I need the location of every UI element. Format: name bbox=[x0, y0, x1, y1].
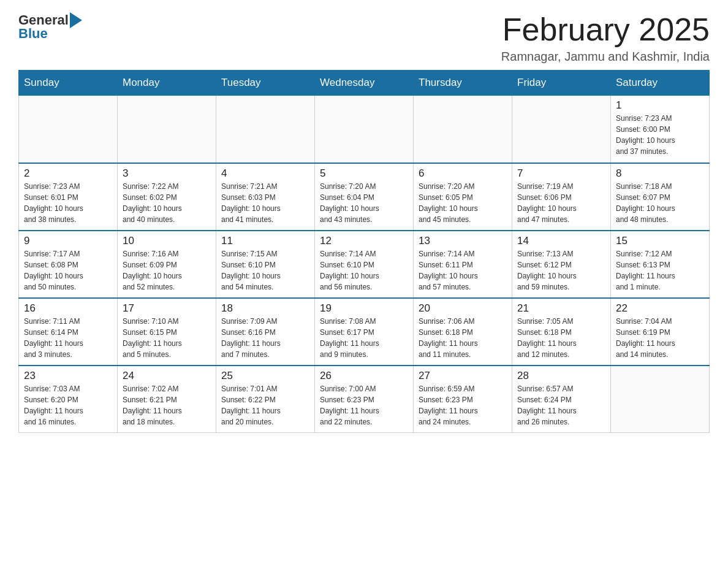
day-info: Sunrise: 7:04 AM Sunset: 6:19 PM Dayligh… bbox=[616, 316, 704, 360]
day-number: 28 bbox=[517, 370, 605, 382]
calendar-day-cell: 11Sunrise: 7:15 AM Sunset: 6:10 PM Dayli… bbox=[216, 231, 315, 298]
day-info: Sunrise: 7:06 AM Sunset: 6:18 PM Dayligh… bbox=[419, 316, 507, 360]
day-header-friday: Friday bbox=[512, 71, 611, 96]
calendar-day-cell: 27Sunrise: 6:59 AM Sunset: 6:23 PM Dayli… bbox=[414, 366, 512, 433]
calendar-day-cell: 10Sunrise: 7:16 AM Sunset: 6:09 PM Dayli… bbox=[118, 231, 216, 298]
calendar-table: SundayMondayTuesdayWednesdayThursdayFrid… bbox=[18, 70, 710, 433]
day-header-thursday: Thursday bbox=[414, 71, 512, 96]
day-number: 17 bbox=[123, 302, 211, 315]
calendar-day-cell: 1Sunrise: 7:23 AM Sunset: 6:00 PM Daylig… bbox=[611, 96, 710, 163]
calendar-day-cell: 13Sunrise: 7:14 AM Sunset: 6:11 PM Dayli… bbox=[414, 231, 512, 298]
day-info: Sunrise: 7:14 AM Sunset: 6:10 PM Dayligh… bbox=[320, 248, 408, 293]
day-info: Sunrise: 7:05 AM Sunset: 6:18 PM Dayligh… bbox=[517, 316, 605, 360]
calendar-week-row: 16Sunrise: 7:11 AM Sunset: 6:14 PM Dayli… bbox=[19, 298, 710, 366]
day-info: Sunrise: 6:59 AM Sunset: 6:23 PM Dayligh… bbox=[419, 383, 507, 427]
calendar-week-row: 1Sunrise: 7:23 AM Sunset: 6:00 PM Daylig… bbox=[19, 96, 710, 163]
calendar-day-cell: 16Sunrise: 7:11 AM Sunset: 6:14 PM Dayli… bbox=[19, 298, 118, 366]
calendar-day-cell: 20Sunrise: 7:06 AM Sunset: 6:18 PM Dayli… bbox=[414, 298, 512, 366]
day-number: 9 bbox=[24, 235, 112, 247]
day-number: 15 bbox=[616, 235, 704, 247]
calendar-day-cell bbox=[19, 96, 118, 163]
day-info: Sunrise: 7:23 AM Sunset: 6:01 PM Dayligh… bbox=[24, 181, 112, 225]
day-info: Sunrise: 7:03 AM Sunset: 6:20 PM Dayligh… bbox=[24, 383, 112, 427]
day-number: 2 bbox=[24, 167, 112, 180]
day-number: 12 bbox=[320, 235, 408, 247]
logo-blue-text: Blue bbox=[18, 26, 48, 41]
calendar-day-cell: 8Sunrise: 7:18 AM Sunset: 6:07 PM Daylig… bbox=[611, 163, 710, 231]
day-number: 27 bbox=[419, 370, 507, 382]
day-header-monday: Monday bbox=[118, 71, 216, 96]
day-info: Sunrise: 7:10 AM Sunset: 6:15 PM Dayligh… bbox=[123, 316, 211, 360]
title-block: February 2025 Ramnagar, Jammu and Kashmi… bbox=[501, 12, 710, 64]
day-header-wednesday: Wednesday bbox=[315, 71, 414, 96]
day-header-saturday: Saturday bbox=[611, 71, 710, 96]
calendar-day-cell: 25Sunrise: 7:01 AM Sunset: 6:22 PM Dayli… bbox=[216, 366, 315, 433]
calendar-day-cell: 15Sunrise: 7:12 AM Sunset: 6:13 PM Dayli… bbox=[611, 231, 710, 298]
calendar-day-cell: 6Sunrise: 7:20 AM Sunset: 6:05 PM Daylig… bbox=[414, 163, 512, 231]
day-info: Sunrise: 7:23 AM Sunset: 6:00 PM Dayligh… bbox=[616, 113, 704, 157]
calendar-day-cell: 18Sunrise: 7:09 AM Sunset: 6:16 PM Dayli… bbox=[216, 298, 315, 366]
day-number: 11 bbox=[221, 235, 309, 247]
day-number: 24 bbox=[123, 370, 211, 382]
day-info: Sunrise: 7:17 AM Sunset: 6:08 PM Dayligh… bbox=[24, 248, 112, 293]
calendar-day-cell: 24Sunrise: 7:02 AM Sunset: 6:21 PM Dayli… bbox=[118, 366, 216, 433]
calendar-day-cell: 9Sunrise: 7:17 AM Sunset: 6:08 PM Daylig… bbox=[19, 231, 118, 298]
day-info: Sunrise: 7:02 AM Sunset: 6:21 PM Dayligh… bbox=[123, 383, 211, 427]
day-number: 18 bbox=[221, 302, 309, 315]
day-number: 20 bbox=[419, 302, 507, 315]
day-number: 10 bbox=[123, 235, 211, 247]
calendar-day-cell: 23Sunrise: 7:03 AM Sunset: 6:20 PM Dayli… bbox=[19, 366, 118, 433]
day-number: 6 bbox=[419, 167, 507, 180]
day-info: Sunrise: 7:20 AM Sunset: 6:05 PM Dayligh… bbox=[419, 181, 507, 225]
day-info: Sunrise: 7:16 AM Sunset: 6:09 PM Dayligh… bbox=[123, 248, 211, 293]
day-info: Sunrise: 7:12 AM Sunset: 6:13 PM Dayligh… bbox=[616, 248, 704, 293]
calendar-day-cell: 22Sunrise: 7:04 AM Sunset: 6:19 PM Dayli… bbox=[611, 298, 710, 366]
day-info: Sunrise: 7:08 AM Sunset: 6:17 PM Dayligh… bbox=[320, 316, 408, 360]
calendar-day-cell: 3Sunrise: 7:22 AM Sunset: 6:02 PM Daylig… bbox=[118, 163, 216, 231]
day-number: 7 bbox=[517, 167, 605, 180]
calendar-day-cell bbox=[611, 366, 710, 433]
day-info: Sunrise: 7:21 AM Sunset: 6:03 PM Dayligh… bbox=[221, 181, 309, 225]
day-info: Sunrise: 7:20 AM Sunset: 6:04 PM Dayligh… bbox=[320, 181, 408, 225]
day-header-tuesday: Tuesday bbox=[216, 71, 315, 96]
calendar-day-cell: 26Sunrise: 7:00 AM Sunset: 6:23 PM Dayli… bbox=[315, 366, 414, 433]
day-info: Sunrise: 7:13 AM Sunset: 6:12 PM Dayligh… bbox=[517, 248, 605, 293]
svg-marker-0 bbox=[70, 12, 82, 28]
calendar-day-cell bbox=[216, 96, 315, 163]
logo-icon bbox=[69, 12, 83, 28]
day-number: 1 bbox=[616, 99, 704, 112]
day-info: Sunrise: 7:00 AM Sunset: 6:23 PM Dayligh… bbox=[320, 383, 408, 427]
calendar-day-cell: 2Sunrise: 7:23 AM Sunset: 6:01 PM Daylig… bbox=[19, 163, 118, 231]
day-info: Sunrise: 6:57 AM Sunset: 6:24 PM Dayligh… bbox=[517, 383, 605, 427]
day-number: 4 bbox=[221, 167, 309, 180]
calendar-subtitle: Ramnagar, Jammu and Kashmir, India bbox=[501, 50, 710, 64]
day-info: Sunrise: 7:15 AM Sunset: 6:10 PM Dayligh… bbox=[221, 248, 309, 293]
calendar-day-cell: 12Sunrise: 7:14 AM Sunset: 6:10 PM Dayli… bbox=[315, 231, 414, 298]
day-number: 3 bbox=[123, 167, 211, 180]
calendar-day-cell: 4Sunrise: 7:21 AM Sunset: 6:03 PM Daylig… bbox=[216, 163, 315, 231]
day-number: 14 bbox=[517, 235, 605, 247]
calendar-day-cell: 19Sunrise: 7:08 AM Sunset: 6:17 PM Dayli… bbox=[315, 298, 414, 366]
calendar-day-cell bbox=[118, 96, 216, 163]
day-info: Sunrise: 7:19 AM Sunset: 6:06 PM Dayligh… bbox=[517, 181, 605, 225]
calendar-day-cell: 17Sunrise: 7:10 AM Sunset: 6:15 PM Dayli… bbox=[118, 298, 216, 366]
calendar-week-row: 2Sunrise: 7:23 AM Sunset: 6:01 PM Daylig… bbox=[19, 163, 710, 231]
calendar-week-row: 23Sunrise: 7:03 AM Sunset: 6:20 PM Dayli… bbox=[19, 366, 710, 433]
day-number: 22 bbox=[616, 302, 704, 315]
page-header: General Blue February 2025 Ramnagar, Jam… bbox=[18, 12, 710, 64]
day-number: 26 bbox=[320, 370, 408, 382]
day-info: Sunrise: 7:01 AM Sunset: 6:22 PM Dayligh… bbox=[221, 383, 309, 427]
day-header-sunday: Sunday bbox=[19, 71, 118, 96]
calendar-day-cell: 21Sunrise: 7:05 AM Sunset: 6:18 PM Dayli… bbox=[512, 298, 611, 366]
day-number: 25 bbox=[221, 370, 309, 382]
day-number: 23 bbox=[24, 370, 112, 382]
calendar-title: February 2025 bbox=[501, 12, 710, 47]
calendar-header-row: SundayMondayTuesdayWednesdayThursdayFrid… bbox=[19, 71, 710, 96]
calendar-day-cell: 28Sunrise: 6:57 AM Sunset: 6:24 PM Dayli… bbox=[512, 366, 611, 433]
day-number: 16 bbox=[24, 302, 112, 315]
day-info: Sunrise: 7:09 AM Sunset: 6:16 PM Dayligh… bbox=[221, 316, 309, 360]
logo: General Blue bbox=[18, 12, 83, 42]
day-number: 19 bbox=[320, 302, 408, 315]
day-number: 13 bbox=[419, 235, 507, 247]
calendar-day-cell bbox=[414, 96, 512, 163]
